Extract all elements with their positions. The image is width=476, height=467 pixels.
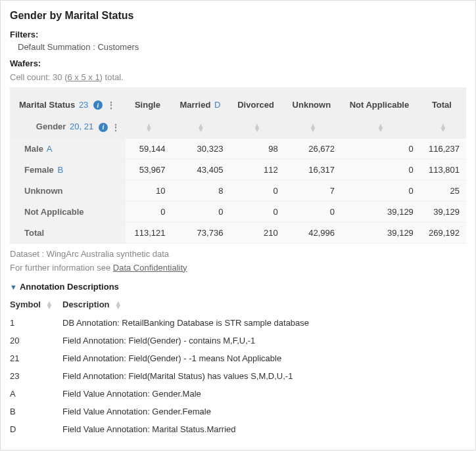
kebab-icon[interactable]: ⋮: [111, 122, 119, 133]
col-header-divorced[interactable]: Divorced: [229, 94, 284, 116]
sort-toggle[interactable]: ▲▼: [420, 116, 466, 139]
col-dimension-annref[interactable]: 23: [78, 100, 89, 110]
data-cell[interactable]: 25: [420, 180, 466, 201]
row-annref[interactable]: B: [54, 165, 64, 175]
row-header[interactable]: Total: [10, 222, 126, 243]
data-cell[interactable]: 39,129: [420, 201, 466, 222]
col-header-notapplicable[interactable]: Not Applicable: [341, 94, 420, 116]
ann-col-symbol[interactable]: Symbol ▲▼: [10, 296, 62, 314]
sort-toggle[interactable]: ▲▼: [341, 116, 420, 139]
data-confidentiality-link[interactable]: Data Confidentiality: [113, 263, 187, 273]
data-cell[interactable]: 59,144: [126, 138, 172, 159]
data-cell[interactable]: 0: [341, 180, 420, 201]
sort-icon: ▲▼: [46, 301, 53, 309]
dataset-line2: For further information see Data Confide…: [10, 263, 466, 273]
row-label: Not Applicable: [24, 207, 84, 217]
table-row: Not Applicable000039,12939,129: [10, 201, 466, 222]
data-cell[interactable]: 0: [285, 201, 341, 222]
chevron-down-icon: ▼: [10, 283, 17, 291]
row-header[interactable]: Male A: [10, 138, 126, 159]
data-cell[interactable]: 0: [172, 201, 230, 222]
sort-toggle[interactable]: ▲▼: [172, 116, 230, 139]
data-cell[interactable]: 0: [229, 180, 284, 201]
data-cell[interactable]: 10: [126, 180, 172, 201]
ann-col-description[interactable]: Description ▲▼: [62, 296, 466, 314]
info-icon[interactable]: i: [93, 100, 103, 110]
sort-icon: ▲▼: [254, 123, 261, 131]
page-title: Gender by Marital Status: [10, 10, 466, 22]
col-label: Single: [135, 100, 160, 110]
sort-toggle[interactable]: ▲▼: [229, 116, 284, 139]
data-cell[interactable]: 42,996: [285, 222, 341, 243]
data-cell[interactable]: 39,129: [341, 222, 420, 243]
data-cell[interactable]: 0: [126, 201, 172, 222]
col-header-unknown[interactable]: Unknown: [285, 94, 341, 116]
col-header-married[interactable]: Married D: [172, 94, 230, 116]
sort-toggle[interactable]: ▲▼: [285, 116, 341, 139]
annotation-symbol: 1: [10, 313, 62, 332]
data-cell[interactable]: 98: [229, 138, 284, 159]
ann-header-label: Description: [62, 300, 110, 309]
col-label: Unknown: [293, 100, 331, 110]
annotation-row: AField Value Annotation: Gender.Male: [10, 385, 466, 403]
data-cell[interactable]: 0: [341, 138, 420, 159]
col-header-single[interactable]: Single: [126, 94, 172, 116]
info-icon[interactable]: i: [99, 123, 108, 132]
cell-count-number: 30: [53, 72, 62, 82]
row-header[interactable]: Female B: [10, 159, 126, 180]
col-dimension-label: Marital Status: [19, 100, 75, 110]
data-cell[interactable]: 16,317: [285, 159, 341, 180]
row-dimension-header[interactable]: Gender 20, 21 i ⋮: [10, 116, 126, 139]
sort-icon: ▲▼: [377, 123, 384, 131]
annotations-toggle[interactable]: ▼Annotation Descriptions: [10, 282, 466, 292]
row-header[interactable]: Not Applicable: [10, 201, 126, 222]
row-header[interactable]: Unknown: [10, 180, 126, 201]
crosstab-table: Marital Status 23 i ⋮ Single Married D D…: [10, 87, 466, 244]
col-annref[interactable]: [452, 100, 454, 110]
data-cell[interactable]: 26,672: [285, 138, 341, 159]
sort-icon: ▲▼: [309, 123, 316, 131]
data-cell[interactable]: 0: [341, 159, 420, 180]
annotation-description: Field Annotation: Field(Gender) - contai…: [62, 332, 466, 349]
col-annref[interactable]: [160, 100, 163, 110]
col-label: Divorced: [237, 100, 274, 110]
annotation-description: Field Annotation: Field(Marital Status) …: [62, 367, 466, 385]
row-dimension-label: Gender: [36, 122, 66, 131]
data-cell[interactable]: 113,801: [420, 159, 466, 180]
col-annref[interactable]: D: [213, 100, 222, 110]
annotations-table: Symbol ▲▼ Description ▲▼ 1DB Annotation:…: [10, 296, 466, 438]
data-cell[interactable]: 210: [229, 222, 284, 243]
annotation-symbol: A: [10, 385, 62, 403]
annotation-symbol: 20: [10, 332, 62, 349]
row-dimension-annref[interactable]: 20, 21: [68, 122, 95, 131]
col-annref[interactable]: [274, 100, 277, 110]
ann-header-label: Symbol: [10, 300, 41, 309]
data-cell[interactable]: 112: [229, 159, 284, 180]
data-cell[interactable]: 269,192: [420, 222, 466, 243]
dataset-line2-prefix: For further information see: [10, 263, 113, 273]
kebab-icon[interactable]: ⋮: [107, 100, 114, 110]
sort-toggle[interactable]: ▲▼: [126, 116, 172, 139]
annotation-symbol: 23: [10, 367, 62, 385]
row-label: Total: [24, 228, 44, 238]
sort-icon: ▲▼: [145, 123, 153, 131]
col-annref[interactable]: [331, 100, 333, 110]
data-cell[interactable]: 30,323: [172, 138, 230, 159]
data-cell[interactable]: 53,967: [126, 159, 172, 180]
annotation-description: Field Value Annotation: Gender.Female: [62, 403, 466, 420]
data-cell[interactable]: 113,121: [126, 222, 172, 243]
col-dimension-header[interactable]: Marital Status 23 i ⋮: [10, 94, 126, 116]
data-cell[interactable]: 7: [285, 180, 341, 201]
cell-count-dims[interactable]: 6 x 5 x 1: [67, 72, 99, 82]
data-cell[interactable]: 0: [229, 201, 284, 222]
data-cell[interactable]: 43,405: [172, 159, 230, 180]
data-cell[interactable]: 39,129: [341, 201, 420, 222]
annotations-heading: Annotation Descriptions: [20, 282, 119, 292]
data-cell[interactable]: 116,237: [420, 138, 466, 159]
col-header-total[interactable]: Total: [420, 94, 466, 116]
data-cell[interactable]: 73,736: [172, 222, 230, 243]
col-label: Not Applicable: [350, 100, 410, 110]
row-annref[interactable]: A: [43, 144, 54, 154]
data-cell[interactable]: 8: [172, 180, 230, 201]
col-annref[interactable]: [409, 100, 412, 110]
